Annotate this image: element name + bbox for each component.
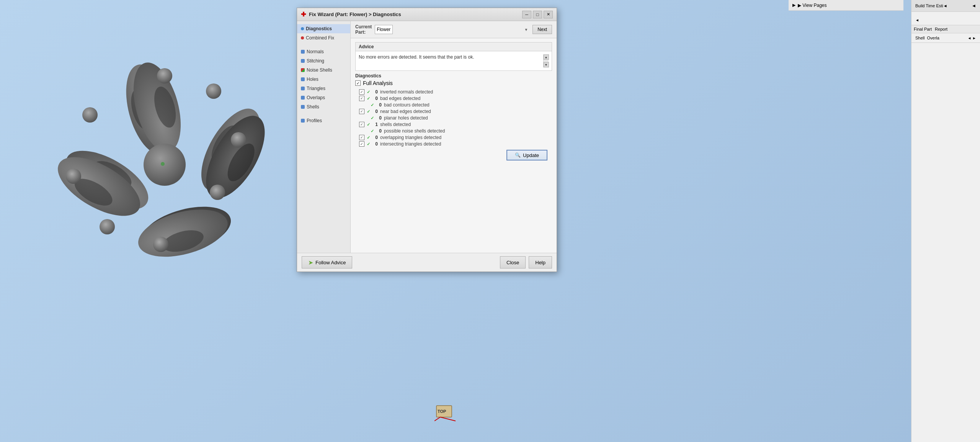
update-icon: 🔍 <box>515 152 521 158</box>
nav-item-noise-shells[interactable]: Noise Shells <box>297 65 350 75</box>
nav-separator-1 <box>297 43 350 46</box>
svg-line-29 <box>440 417 456 421</box>
label-intersecting-triangles: intersecting triangles detected <box>380 141 441 147</box>
nav-panel: Diagnostics Combined Fix Normals Stitchi… <box>297 21 351 253</box>
combined-fix-label: Combined Fix <box>306 35 334 41</box>
normals-icon <box>301 50 305 54</box>
count-near-bad-edges: 0 <box>372 109 378 114</box>
svg-point-19 <box>210 185 225 200</box>
view-pages-label[interactable]: ▶ View Pages <box>798 3 827 8</box>
svg-point-17 <box>206 83 221 99</box>
svg-line-28 <box>434 417 440 421</box>
label-inverted-normals: inverted normals detected <box>380 89 433 95</box>
holes-icon <box>301 77 305 81</box>
right-section-divider1: ◄ <box>911 15 980 25</box>
dialog-footer: ➤ Follow Advice Close Help <box>297 253 557 272</box>
diagnostics-section: Diagnostics ✓ Full Analysis ✓ ✓ 0 invert… <box>355 73 552 250</box>
panel-collapse-icon[interactable]: ◄ <box>972 3 976 8</box>
close-button[interactable]: ✕ <box>544 11 553 18</box>
count-shells: 1 <box>372 122 378 127</box>
nav-item-triangles[interactable]: Triangles <box>297 84 350 93</box>
diag-row-bad-edges: ✓ ✓ 0 bad edges detected <box>359 96 552 101</box>
svg-point-20 <box>153 237 168 252</box>
dialog-title-icon: ✚ <box>301 11 306 18</box>
maximize-button[interactable]: □ <box>533 11 542 18</box>
normals-label: Normals <box>307 49 324 54</box>
nav-item-overlaps[interactable]: Overlaps <box>297 93 350 102</box>
count-bad-edges: 0 <box>372 96 378 101</box>
svg-point-21 <box>100 219 115 234</box>
nav-item-normals[interactable]: Normals <box>297 47 350 56</box>
count-intersecting-triangles: 0 <box>372 141 378 147</box>
check-bad-contours: ✓ <box>371 103 374 108</box>
check-bad-edges: ✓ <box>367 96 370 101</box>
cb-bad-edges[interactable]: ✓ <box>359 96 364 101</box>
cb-overlapping-triangles[interactable]: ✓ <box>359 135 364 140</box>
nav-item-shells[interactable]: Shells <box>297 102 350 111</box>
nav-item-holes[interactable]: Holes <box>297 75 350 84</box>
nav-item-combined-fix[interactable]: Combined Fix <box>297 33 350 43</box>
diagnostics-label: Diagnostics <box>306 26 332 31</box>
help-button[interactable]: Help <box>529 256 552 268</box>
scrollbar-up-btn[interactable]: ▲ <box>544 54 549 60</box>
svg-point-18 <box>231 132 246 147</box>
top-navigation-icon[interactable]: TOP <box>434 400 457 423</box>
cb-intersecting-triangles[interactable]: ✓ <box>359 141 364 147</box>
overlap-label: Overla <box>927 36 939 40</box>
part-select-wrapper: Flower ▼ <box>375 25 529 34</box>
nav-item-profiles[interactable]: Profiles <box>297 116 350 125</box>
label-shells: shells detected <box>380 122 411 127</box>
follow-advice-button[interactable]: ➤ Follow Advice <box>302 256 352 268</box>
scrollbar-down-btn[interactable]: ▼ <box>544 62 549 67</box>
stitching-label: Stitching <box>307 58 324 64</box>
expand-icon[interactable]: ◄ <box>915 18 919 22</box>
label-noise-shells: possible noise shells detected <box>384 128 445 134</box>
close-dialog-button[interactable]: Close <box>500 256 526 268</box>
nav-separator-2 <box>297 112 350 115</box>
full-analysis-checkbox[interactable]: ✓ <box>355 80 361 86</box>
next-button[interactable]: Next <box>532 25 552 34</box>
nav-item-diagnostics[interactable]: Diagnostics <box>297 24 350 33</box>
nav-item-stitching[interactable]: Stitching <box>297 56 350 65</box>
svg-point-23 <box>82 107 98 123</box>
diagnostics-dot <box>301 27 304 30</box>
nav-arrows[interactable]: ◄ ► <box>967 36 976 40</box>
cb-shells[interactable]: ✓ <box>359 122 364 127</box>
cb-near-bad-edges[interactable]: ✓ <box>359 109 364 114</box>
nav-profile-section: Profiles <box>297 115 350 126</box>
overlaps-label: Overlaps <box>307 95 325 100</box>
advice-message: No more errors are detected. It seems th… <box>359 54 474 60</box>
dialog-window-controls: ─ □ ✕ <box>522 11 553 18</box>
diag-rows: ✓ ✓ 0 inverted normals detected ✓ ✓ 0 ba… <box>355 89 552 147</box>
report-tab[interactable]: Report <box>935 27 947 31</box>
follow-advice-arrow-icon: ➤ <box>308 259 313 266</box>
shells-label: Shells <box>307 104 319 110</box>
update-button[interactable]: 🔍 Update <box>506 150 547 160</box>
select-arrow-icon: ▼ <box>524 28 528 32</box>
main-content: Current Part: Flower ▼ Next Advice No mo… <box>351 21 557 253</box>
cb-inverted-normals[interactable]: ✓ <box>359 89 364 95</box>
final-part-tab[interactable]: Final Part <box>914 27 932 31</box>
current-part-select[interactable]: Flower <box>375 25 393 34</box>
label-planar-holes: planar holes detected <box>384 115 428 121</box>
dialog-titlebar: ✚ Fix Wizard (Part: Flower) > Diagnostic… <box>297 8 557 21</box>
follow-advice-label: Follow Advice <box>315 260 346 265</box>
profiles-label: Profiles <box>307 118 322 123</box>
check-intersecting-triangles: ✓ <box>367 142 370 147</box>
flower-3d-model <box>31 31 299 276</box>
nav-main-section: Diagnostics Combined Fix <box>297 23 350 43</box>
noise-shells-icon <box>301 68 305 72</box>
advice-scrollbar[interactable]: ▲ ▼ <box>543 54 549 67</box>
minimize-button[interactable]: ─ <box>522 11 531 18</box>
profiles-icon <box>301 119 305 123</box>
build-time-label: Build Time Esti◄ <box>915 3 947 8</box>
diag-row-planar-holes: ✓ 0 planar holes detected <box>359 115 552 121</box>
diag-row-noise-shells: ✓ 0 possible noise shells detected <box>359 128 552 134</box>
update-btn-row: 🔍 Update <box>360 150 547 160</box>
svg-point-16 <box>157 68 172 83</box>
full-analysis-row: ✓ Full Analysis <box>355 80 552 86</box>
shell-overlap-row: Shell Overla ◄ ► <box>911 33 980 43</box>
update-label: Update <box>523 152 539 158</box>
build-time-header: Build Time Esti◄ ◄ <box>911 0 980 12</box>
fix-wizard-dialog: ✚ Fix Wizard (Part: Flower) > Diagnostic… <box>297 8 557 272</box>
